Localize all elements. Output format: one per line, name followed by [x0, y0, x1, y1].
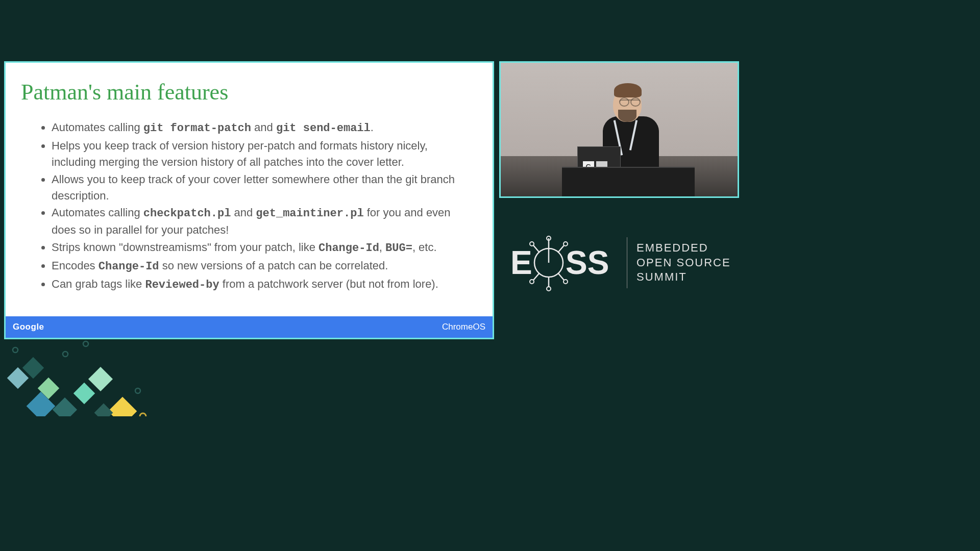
svg-rect-19 [53, 397, 77, 416]
svg-text:E: E [510, 244, 532, 281]
svg-line-6 [533, 245, 540, 253]
svg-rect-22 [108, 397, 137, 416]
conference-logo: E SS EMBEDDED OPEN SOURCE SUMMIT [510, 232, 731, 293]
slide-bullet: Can grab tags like Reviewed-by from a pa… [52, 276, 477, 293]
slide-bullet: Automates calling checkpatch.pl and get_… [52, 205, 477, 238]
svg-line-10 [533, 273, 540, 280]
speaker-scene: G [501, 63, 738, 196]
slide-bullet-list: Automates calling git format-patch and g… [21, 119, 477, 293]
slide-title: Patman's main features [21, 79, 477, 105]
logo-line2: OPEN SOURCE [636, 256, 731, 270]
svg-rect-21 [88, 367, 113, 391]
speaker-glasses [619, 99, 641, 106]
speaker-video: G [499, 61, 739, 198]
svg-point-26 [13, 347, 18, 353]
svg-point-13 [547, 287, 551, 291]
svg-line-8 [558, 273, 564, 280]
slide-bullet: Encodes Change-Id so new versions of a p… [52, 258, 477, 275]
podium [562, 167, 695, 196]
svg-point-28 [135, 388, 140, 393]
svg-text:SS: SS [566, 244, 609, 281]
presentation-slide: Patman's main features Automates calling… [4, 61, 494, 339]
svg-point-25 [63, 352, 68, 357]
slide-bullet: Allows you to keep track of your cover l… [52, 171, 477, 204]
svg-point-24 [140, 413, 146, 416]
slide-bullet: Automates calling git format-patch and g… [52, 119, 477, 137]
slide-bullet: Strips known "downstreamisms" from your … [52, 239, 477, 257]
slide-bullet: Helps you keep track of version history … [52, 138, 477, 170]
logo-line1: EMBEDDED [636, 241, 731, 256]
speaker-beard [618, 110, 636, 122]
svg-line-4 [558, 245, 564, 253]
logo-line3: SUMMIT [636, 270, 731, 285]
corner-decoration [0, 319, 174, 416]
logo-text: EMBEDDED OPEN SOURCE SUMMIT [636, 241, 731, 285]
slide-body: Patman's main features Automates calling… [6, 63, 493, 316]
speaker-hair [614, 83, 642, 97]
svg-rect-20 [74, 383, 95, 404]
footer-product: ChromeOS [442, 322, 485, 332]
eoss-logo-icon: E SS [510, 232, 618, 293]
svg-point-27 [83, 341, 88, 346]
logo-divider [627, 237, 627, 288]
